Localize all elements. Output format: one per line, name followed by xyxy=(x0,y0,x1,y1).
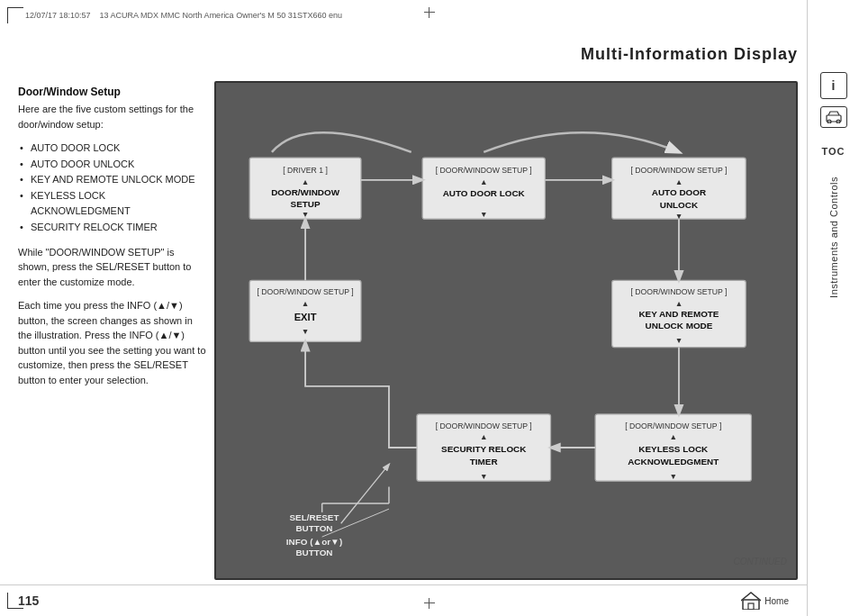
continued-text: CONTINUED xyxy=(734,557,787,566)
svg-text:▼: ▼ xyxy=(480,210,488,219)
svg-text:BUTTON: BUTTON xyxy=(295,548,332,557)
svg-text:INFO (▲or▼): INFO (▲or▼) xyxy=(286,537,342,547)
main-content: Multi-Information Display Door/Window Se… xyxy=(18,32,798,580)
home-icon xyxy=(741,592,761,610)
section-intro: Here are the five custom settings for th… xyxy=(18,102,207,131)
svg-text:▼: ▼ xyxy=(302,327,310,336)
svg-text:▲: ▲ xyxy=(480,177,488,186)
svg-rect-56 xyxy=(748,603,754,610)
svg-text:UNLOCK: UNLOCK xyxy=(660,200,699,210)
list-item: SECURITY RELOCK TIMER xyxy=(18,220,207,236)
svg-text:▲: ▲ xyxy=(669,432,677,441)
info-icon-button[interactable]: i xyxy=(820,72,847,99)
svg-text:▼: ▼ xyxy=(669,472,677,481)
list-item: KEYLESS LOCK ACKNOWLEDGMENT xyxy=(18,188,207,220)
doc-info: 13 ACURA MDX MMC North America Owner's M… xyxy=(100,11,342,20)
svg-text:[ DOOR/WINDOW SETUP ]: [ DOOR/WINDOW SETUP ] xyxy=(630,166,727,175)
section-para2: Each time you press the INFO (▲/▼) butto… xyxy=(18,298,207,387)
svg-text:SETUP: SETUP xyxy=(291,199,321,209)
svg-text:[ DOOR/WINDOW SETUP ]: [ DOOR/WINDOW SETUP ] xyxy=(625,421,721,430)
diagram-area: [ DRIVER 1 ] ▲ DOOR/WINDOW SETUP ▼ [ DOO… xyxy=(214,81,798,580)
svg-text:▼: ▼ xyxy=(302,210,310,219)
header-metadata: 12/07/17 18:10:57 13 ACURA MDX MMC North… xyxy=(25,11,342,20)
list-item: AUTO DOOR LOCK xyxy=(18,140,207,157)
home-button[interactable]: Home xyxy=(741,592,789,610)
svg-text:[ DOOR/WINDOW SETUP ]: [ DOOR/WINDOW SETUP ] xyxy=(436,421,532,430)
section-para1: While "DOOR/WINDOW SETUP" is shown, pres… xyxy=(18,245,207,290)
svg-text:BUTTON: BUTTON xyxy=(295,523,332,533)
svg-rect-0 xyxy=(827,115,841,122)
svg-text:▲: ▲ xyxy=(675,177,683,186)
svg-text:▼: ▼ xyxy=(675,336,683,345)
svg-text:[ DOOR/WINDOW SETUP ]: [ DOOR/WINDOW SETUP ] xyxy=(436,166,532,175)
svg-text:EXIT: EXIT xyxy=(294,312,317,322)
page-number: 115 xyxy=(18,593,39,608)
svg-text:▼: ▼ xyxy=(480,472,488,481)
svg-text:[ DRIVER 1 ]: [ DRIVER 1 ] xyxy=(283,166,328,175)
svg-text:▲: ▲ xyxy=(480,432,488,441)
svg-rect-55 xyxy=(743,600,759,610)
right-sidebar: i TOC Instruments and Controls xyxy=(807,0,859,616)
svg-text:[ DOOR/WINDOW SETUP ]: [ DOOR/WINDOW SETUP ] xyxy=(258,287,354,296)
svg-text:ACKNOWLEDGMENT: ACKNOWLEDGMENT xyxy=(628,457,719,467)
bullet-list: AUTO DOOR LOCK AUTO DOOR UNLOCK KEY AND … xyxy=(18,140,207,236)
svg-text:KEY AND REMOTE: KEY AND REMOTE xyxy=(638,309,719,319)
svg-text:TIMER: TIMER xyxy=(470,457,498,467)
svg-text:DOOR/WINDOW: DOOR/WINDOW xyxy=(271,187,339,197)
svg-text:[ DOOR/WINDOW SETUP ]: [ DOOR/WINDOW SETUP ] xyxy=(630,287,727,296)
svg-text:▲: ▲ xyxy=(675,299,683,308)
home-label: Home xyxy=(764,596,789,606)
svg-text:SECURITY RELOCK: SECURITY RELOCK xyxy=(441,444,527,454)
corner-tl xyxy=(7,7,23,23)
list-item: KEY AND REMOTE UNLOCK MODE xyxy=(18,172,207,188)
svg-text:KEYLESS LOCK: KEYLESS LOCK xyxy=(638,444,709,454)
page-title: Multi-Information Display xyxy=(581,45,798,64)
svg-text:SEL/RESET: SEL/RESET xyxy=(290,512,339,522)
svg-text:▲: ▲ xyxy=(302,299,310,308)
section-label: Instruments and Controls xyxy=(828,177,839,298)
timestamp: 12/07/17 18:10:57 xyxy=(25,11,91,20)
svg-text:UNLOCK MODE: UNLOCK MODE xyxy=(646,321,713,331)
crosshair-top xyxy=(424,7,435,18)
svg-text:▲: ▲ xyxy=(302,177,310,186)
list-item: AUTO DOOR UNLOCK xyxy=(18,157,207,173)
car-icon[interactable] xyxy=(820,106,847,128)
svg-text:AUTO DOOR: AUTO DOOR xyxy=(652,187,706,197)
section-heading: Door/Window Setup xyxy=(18,86,207,98)
car-svg xyxy=(824,111,844,123)
left-text-column: Door/Window Setup Here are the five cust… xyxy=(18,86,207,396)
svg-text:AUTO DOOR LOCK: AUTO DOOR LOCK xyxy=(443,188,526,198)
toc-label[interactable]: TOC xyxy=(821,146,845,157)
bottom-bar: 115 Home xyxy=(0,584,807,616)
diagram-svg: [ DRIVER 1 ] ▲ DOOR/WINDOW SETUP ▼ [ DOO… xyxy=(216,83,796,578)
